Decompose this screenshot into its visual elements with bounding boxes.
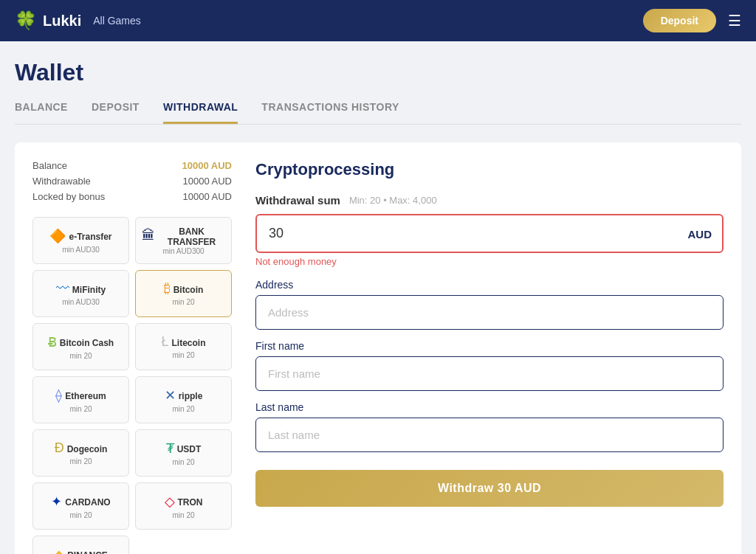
logo-icon: 🍀 <box>15 10 37 31</box>
ripple-min: min 20 <box>172 405 194 413</box>
firstname-label: First name <box>255 340 724 352</box>
deposit-button[interactable]: Deposit <box>643 9 716 32</box>
amount-input[interactable] <box>255 214 724 253</box>
locked-value: 10000 AUD <box>183 191 233 202</box>
withdrawable-label: Withdrawable <box>32 176 91 187</box>
tron-min: min 20 <box>172 511 194 519</box>
address-input[interactable] <box>255 295 724 330</box>
payment-bank[interactable]: 🏛 BANK TRANSFER min AUD300 <box>135 217 232 264</box>
menu-icon[interactable]: ☰ <box>728 12 741 30</box>
error-message: Not enough money <box>255 256 724 267</box>
ethereum-name: Ethereum <box>65 391 106 401</box>
cardano-icon: ✦ <box>51 494 62 510</box>
payment-litecoin[interactable]: Ł Litecoin min 20 <box>135 323 232 370</box>
ethereum-min: min 20 <box>69 405 92 413</box>
withdrawal-sum-text: Withdrawal sum <box>255 194 340 207</box>
amount-input-wrapper: AUD <box>255 214 724 253</box>
payment-bitcoincash[interactable]: Ƀ Bitcoin Cash min 20 <box>32 323 129 370</box>
payment-dogecoin[interactable]: Ð Dogecoin min 20 <box>32 429 129 477</box>
bitcoincash-min: min 20 <box>69 352 92 360</box>
header-right: Deposit ☰ <box>643 9 741 32</box>
payment-usdt[interactable]: ₮ USDT min 20 <box>135 429 232 477</box>
binance-icon: ◆ <box>54 547 64 555</box>
bitcoin-name: Bitcoin <box>173 285 204 295</box>
payment-cardano[interactable]: ✦ CARDANO min 20 <box>32 482 129 530</box>
litecoin-name: Litecoin <box>172 338 206 348</box>
tab-transactions[interactable]: TRANSACTIONS HISTORY <box>261 101 399 124</box>
litecoin-icon: Ł <box>161 334 168 350</box>
interac-name: e-Transfer <box>69 232 111 242</box>
ripple-name: ripple <box>179 391 203 401</box>
ripple-icon: ✕ <box>165 387 176 404</box>
tab-deposit[interactable]: DEPOSIT <box>92 101 140 124</box>
lastname-label: Last name <box>255 401 724 413</box>
dogecoin-name: Dogecoin <box>67 444 108 454</box>
bitcoin-icon: ₿ <box>164 281 171 297</box>
logo-text: Lukki <box>43 13 81 30</box>
bank-min: min AUD300 <box>162 247 204 255</box>
payment-binance[interactable]: ◆ BINANCE min 20 <box>32 536 129 554</box>
bitcoincash-icon: Ƀ <box>48 334 57 350</box>
header: 🍀 Lukki All Games Deposit ☰ <box>0 0 756 41</box>
tab-withdrawal[interactable]: WITHDRAWAL <box>163 101 238 124</box>
dogecoin-min: min 20 <box>69 457 92 465</box>
all-games-link[interactable]: All Games <box>93 15 141 27</box>
tron-icon: ◇ <box>165 494 175 510</box>
usdt-name: USDT <box>177 444 202 454</box>
bank-icon: 🏛 <box>142 228 155 243</box>
bitcoin-min: min 20 <box>172 298 194 306</box>
mifinity-min: min AUD30 <box>62 298 100 306</box>
payment-mifinity[interactable]: 〰 MiFinity min AUD30 <box>32 270 129 317</box>
lastname-input[interactable] <box>255 418 724 452</box>
interac-min: min AUD30 <box>62 246 100 254</box>
mifinity-icon: 〰 <box>56 281 69 297</box>
cardano-name: CARDANO <box>65 497 110 508</box>
binance-name: BINANCE <box>67 550 108 555</box>
balance-row-withdrawable: Withdrawable 10000 AUD <box>32 176 232 187</box>
right-panel: Cryptoprocessing Withdrawal sum Min: 20 … <box>255 160 724 554</box>
litecoin-min: min 20 <box>172 351 194 359</box>
withdrawal-sum-hint: Min: 20 • Max: 4,000 <box>349 195 437 206</box>
page-title: Wallet <box>15 59 741 86</box>
withdraw-button[interactable]: Withdraw 30 AUD <box>255 470 724 507</box>
page-content: Wallet BALANCE DEPOSIT WITHDRAWAL TRANSA… <box>0 41 756 554</box>
balance-row-locked: Locked by bonus 10000 AUD <box>32 191 232 202</box>
ethereum-icon: ⟠ <box>55 387 62 404</box>
tab-balance[interactable]: BALANCE <box>15 101 68 124</box>
payment-ethereum[interactable]: ⟠ Ethereum min 20 <box>32 376 129 423</box>
dogecoin-icon: Ð <box>55 440 64 456</box>
payment-ripple[interactable]: ✕ ripple min 20 <box>135 376 232 423</box>
address-label: Address <box>255 279 724 291</box>
locked-label: Locked by bonus <box>32 191 105 202</box>
firstname-input[interactable] <box>255 356 724 391</box>
balance-label: Balance <box>32 160 67 171</box>
usdt-min: min 20 <box>172 458 194 466</box>
bank-name: BANK TRANSFER <box>158 226 225 247</box>
balance-row-balance: Balance 10000 AUD <box>32 160 232 171</box>
header-left: 🍀 Lukki All Games <box>15 10 141 31</box>
withdrawable-value: 10000 AUD <box>183 176 233 187</box>
main-card: Balance 10000 AUD Withdrawable 10000 AUD… <box>15 142 741 554</box>
payment-interac[interactable]: 🔶 e-Transfer min AUD30 <box>32 217 129 264</box>
balance-section: Balance 10000 AUD Withdrawable 10000 AUD… <box>32 160 232 202</box>
payment-methods-grid: 🔶 e-Transfer min AUD30 🏛 BANK TRANSFER m… <box>32 217 232 554</box>
interac-icon: 🔶 <box>49 228 66 244</box>
bitcoincash-name: Bitcoin Cash <box>60 338 114 348</box>
tron-name: TRON <box>178 497 203 508</box>
balance-value: 10000 AUD <box>182 160 232 171</box>
cardano-min: min 20 <box>69 511 92 519</box>
payment-bitcoin[interactable]: ₿ Bitcoin min 20 <box>135 270 232 317</box>
mifinity-name: MiFinity <box>72 285 106 295</box>
logo: 🍀 Lukki <box>15 10 81 31</box>
withdrawal-sum-label-row: Withdrawal sum Min: 20 • Max: 4,000 <box>255 194 724 207</box>
usdt-icon: ₮ <box>166 440 174 457</box>
section-title: Cryptoprocessing <box>255 160 724 179</box>
payment-tron[interactable]: ◇ TRON min 20 <box>135 482 232 530</box>
amount-currency: AUD <box>688 227 712 240</box>
tabs: BALANCE DEPOSIT WITHDRAWAL TRANSACTIONS … <box>15 101 741 125</box>
left-panel: Balance 10000 AUD Withdrawable 10000 AUD… <box>32 160 232 554</box>
